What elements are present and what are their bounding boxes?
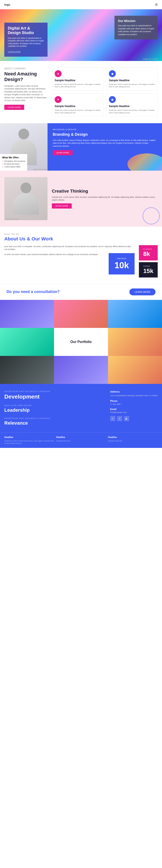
services-left: EXCEPTEUR SINT OCCAECAT CUPIDATAT Develo…: [4, 391, 104, 426]
portfolio-image-3: [108, 300, 162, 328]
about-work-text: Duis aute irure dolor in voluptate. Sit …: [4, 245, 135, 278]
about-section: ABOUT COMPANY Need Amazing Design? Parag…: [0, 61, 162, 123]
email-label: Email: [110, 408, 158, 410]
cases-stat: CASES 15k: [139, 262, 158, 278]
consultation-section: Do you need a consultation? LEARN MORE: [0, 284, 162, 300]
portfolio-image-8: [108, 356, 162, 384]
consultation-learn-more-button[interactable]: LEARN MORE: [129, 288, 156, 296]
about-work-section: WHAT WE DO About Us & Our Work Duis aute…: [0, 227, 162, 284]
hero-body: Duis aute irure dolor in reprehenderit i…: [8, 37, 44, 48]
card-3: ✦ Sample Headline Small text. Click to s…: [52, 93, 104, 117]
branding-content: BRANDING & DESIGN Branding & Design Duis…: [48, 123, 162, 170]
about-label: ABOUT COMPANY: [4, 67, 48, 70]
logo: logo: [4, 3, 10, 6]
card-1-title: Sample Headline: [55, 79, 101, 82]
hero-section: Digital Art & Design Studio Duis aute ir…: [0, 9, 162, 61]
portfolio-third-row: [0, 356, 162, 384]
clients-stat: CLIENTS 8k: [139, 245, 158, 260]
footer-col-2-body: Sample footer text.: [56, 440, 106, 442]
branding-heading: Branding & Design: [53, 132, 157, 137]
portfolio-image-1: [0, 300, 54, 328]
what-we-offer-heading: What We Offer:: [2, 156, 25, 159]
development-title: Development: [4, 393, 104, 400]
phone-label: Phone: [110, 400, 158, 402]
menu-icon[interactable]: ≡: [155, 2, 158, 7]
card-4-body: Small text. Click to select the text box…: [109, 109, 155, 114]
twitter-icon[interactable]: t: [117, 416, 122, 421]
footer-col-1-body: Small text. Click to select the text box…: [4, 440, 54, 444]
services-section: EXCEPTEUR SINT OCCAECAT CUPIDATAT Develo…: [0, 384, 162, 432]
card-1-body: Small text. Click to select the text box…: [55, 83, 101, 88]
address-label: Address: [110, 391, 158, 393]
branding-body: Duis nulla porttitor massa Id feque aliq…: [53, 139, 157, 148]
card-2-icon: ◆: [109, 70, 116, 77]
card-4-icon: ◉: [109, 96, 116, 103]
offers-list: Excepteur sint occaecat Et amet ad minim…: [2, 160, 25, 168]
creative-content: Creative Thinking Sample text. Lorem ips…: [52, 189, 158, 209]
portfolio-image-7: [54, 356, 108, 384]
relevance-sub: EXCEPTEUR SINT OCCAECAT CUPIDATAT: [4, 417, 104, 420]
portfolio-image-2: [54, 300, 108, 328]
about-learn-more-button[interactable]: LEARN MORE: [4, 105, 24, 110]
hero-heading: Digital Art & Design Studio: [8, 26, 44, 35]
creative-learn-more-button[interactable]: LEARN MORE: [52, 204, 72, 209]
card-4: ◉ Sample Headline Small text. Click to s…: [106, 93, 158, 117]
card-4-title: Sample Headline: [109, 105, 155, 108]
creative-body: Sample text. Lorem ipsum dolor sit amet,…: [52, 196, 158, 202]
about-work-heading: About Us & Our Work: [4, 236, 158, 242]
footer-col-3: Headline Sample footer text.: [108, 436, 158, 444]
about-heading: Need Amazing Design?: [4, 71, 48, 83]
clients-label: CLIENTS: [143, 248, 153, 250]
social-icons: f t ▶: [110, 416, 158, 421]
card-3-icon: ✦: [55, 96, 61, 103]
card-3-title: Sample Headline: [55, 105, 101, 108]
offer-3: Lorem ipsum dolor: [2, 166, 25, 168]
cards-grid: ♦ Sample Headline Small text. Click to s…: [52, 67, 158, 117]
youtube-icon[interactable]: ▶: [124, 416, 129, 421]
about-left: ABOUT COMPANY Need Amazing Design? Parag…: [4, 67, 48, 117]
clients-value: 8k: [143, 251, 153, 257]
navigation: logo ≡: [0, 0, 162, 9]
about-work-p1: Duis aute irure dolor in voluptate. Sit …: [4, 245, 135, 251]
creative-circle-decoration: [142, 207, 160, 224]
facebook-icon[interactable]: f: [110, 416, 115, 421]
phone-text: +1 321-456-7: [110, 403, 158, 405]
portfolio-bottom-row: Our Portfolio: [0, 328, 162, 356]
about-work-p2: Ut enim ad minim veniam, quis nostrud ex…: [4, 253, 106, 256]
mission-box: Our Mission Duis aute irure dolor in rep…: [114, 16, 158, 39]
branding-learn-more-button[interactable]: LEARN MORE: [53, 150, 73, 155]
portfolio-top-row: [0, 300, 162, 328]
offer-1: Excepteur sint occaecat: [2, 160, 25, 162]
branding-section: What We Offer: Excepteur sint occaecat E…: [0, 123, 162, 170]
portfolio-section: Our Portfolio: [0, 300, 162, 384]
card-3-body: Small text. Click to select the text box…: [55, 109, 101, 114]
hero-content-box: Digital Art & Design Studio Duis aute ir…: [4, 23, 48, 57]
creative-image: Images from Freepik: [4, 177, 48, 220]
card-1-icon: ♦: [55, 70, 61, 77]
portfolio-image-5: [108, 328, 162, 356]
creative-section: Images from Freepik Creative Thinking Sa…: [0, 170, 162, 227]
hero-learn-more[interactable]: LEARN MORE: [8, 51, 21, 53]
cases-label: CASES: [143, 265, 153, 267]
branding-label: BRANDING & DESIGN: [53, 128, 157, 130]
section3-image-credit: Images from Freepik: [33, 169, 47, 170]
mission-body: Duis aute irure dolor in reprehenderit i…: [118, 24, 154, 36]
footer-col-1: Headline Small text. Click to select the…: [4, 436, 54, 444]
mission-title: Our Mission: [118, 19, 154, 23]
creative-heading: Creative Thinking: [52, 189, 158, 194]
consultation-heading: Do you need a consultation?: [6, 289, 60, 294]
about-work-body: Duis aute irure dolor in voluptate. Sit …: [4, 245, 158, 278]
branding-decoration: [128, 153, 162, 170]
hero-image-credit: Image from Freepik: [143, 58, 158, 60]
offer-2: Et amet ad minim: [2, 163, 25, 165]
leadership-title: Leadership: [4, 407, 104, 413]
development-sub: EXCEPTEUR SINT OCCAECAT CUPIDATAT: [4, 391, 104, 393]
relevance-title: Relevance: [4, 420, 104, 426]
card-2: ◆ Sample Headline Small text. Click to s…: [106, 67, 158, 91]
about-body: Paragraph. Lorem ipsum dolor sit amet, c…: [4, 85, 48, 102]
stats-boxes: CLIENTS 8k CASES 15k: [139, 245, 158, 278]
footer-col-3-body: Sample footer text.: [108, 440, 158, 442]
footer-col-1-heading: Headline: [4, 436, 54, 438]
creative-image-credit: Images from Freepik: [5, 218, 19, 220]
portfolio-heading: Our Portfolio: [71, 340, 92, 344]
